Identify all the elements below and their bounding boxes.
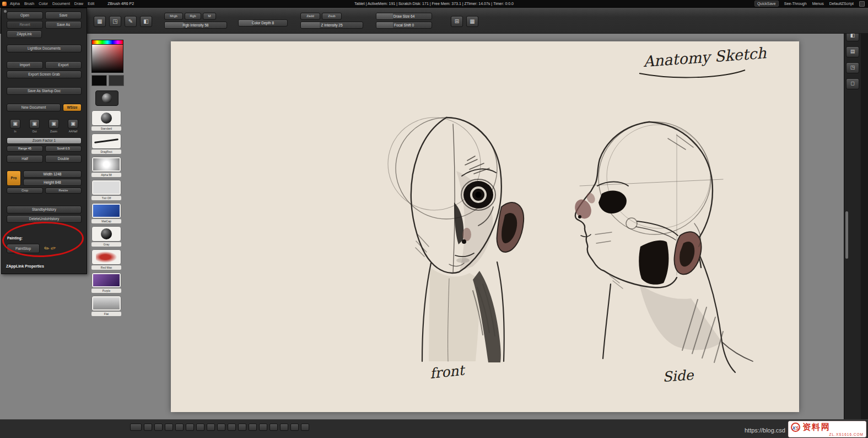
menu-item[interactable]: Document bbox=[52, 2, 70, 6]
menu-bar: AlphaBrushColorDocumentDrawEdit ZBrush 4… bbox=[0, 0, 868, 8]
bottom-toolbar-button[interactable] bbox=[249, 424, 257, 431]
menu-item[interactable]: Brush bbox=[24, 2, 34, 6]
bottom-toolbar-button[interactable] bbox=[217, 424, 225, 431]
quicksave-button[interactable]: QuickSave bbox=[754, 1, 779, 7]
matrix-icon[interactable]: ▦ bbox=[466, 16, 478, 27]
range-slider[interactable]: Range 45 bbox=[7, 146, 43, 152]
bottom-toolbar-button[interactable] bbox=[154, 424, 163, 431]
material-preview[interactable] bbox=[95, 90, 118, 106]
selector-thumbnail[interactable]: Txtr Off bbox=[91, 180, 121, 200]
doc-zoom-button[interactable]: ▣Zoom bbox=[45, 119, 62, 133]
shelf-icon-button[interactable]: ▦ bbox=[94, 16, 106, 27]
new-document-button[interactable]: New Document bbox=[7, 104, 61, 111]
save-startup-doc-button[interactable]: Save As Startup Doc bbox=[7, 87, 82, 95]
shelf-icon-button[interactable]: ◳ bbox=[109, 16, 121, 27]
bottom-toolbar-button[interactable] bbox=[259, 424, 267, 431]
default-zscript-button[interactable]: DefaultZScript bbox=[829, 2, 854, 6]
resize-button[interactable]: Resize bbox=[45, 188, 82, 194]
bottom-toolbar-button[interactable] bbox=[301, 424, 309, 431]
menu-item[interactable]: Color bbox=[39, 2, 48, 6]
lightbox-documents-button[interactable]: LightBox Documents bbox=[7, 45, 82, 52]
revert-button[interactable]: Revert bbox=[7, 21, 43, 29]
main-color-swatch[interactable] bbox=[91, 75, 107, 86]
bottom-toolbar-button[interactable] bbox=[175, 424, 184, 431]
width-slider[interactable]: Width 1248 bbox=[23, 170, 82, 178]
delete-undo-history-button[interactable]: DeleteUndoHistory bbox=[7, 215, 82, 223]
doc-zoom-button[interactable]: ▣AAHalf bbox=[64, 119, 82, 133]
bottom-toolbar-button[interactable] bbox=[207, 424, 215, 431]
brush-icon: ✎ bbox=[49, 244, 57, 252]
bottom-toolbar-button[interactable] bbox=[130, 424, 142, 431]
doc-zoom-button[interactable]: ▣In bbox=[7, 119, 24, 133]
m-toggle[interactable]: M bbox=[203, 13, 216, 20]
bottom-toolbar-button[interactable] bbox=[144, 424, 152, 431]
crop-button[interactable]: Crop bbox=[7, 188, 43, 194]
zadd-toggle[interactable]: Zadd bbox=[300, 13, 320, 20]
focal-shift-slider[interactable]: Focal Shift 0 bbox=[376, 22, 432, 29]
canvas-scrollbar[interactable] bbox=[845, 211, 848, 259]
window-icon[interactable] bbox=[859, 1, 865, 7]
selector-thumbnail[interactable]: Standard bbox=[91, 110, 121, 131]
menu-item[interactable]: Draw bbox=[74, 2, 83, 6]
rgb-intensity-slider[interactable]: Rgb Intensity 58 bbox=[164, 22, 227, 29]
bottom-toolbar-button[interactable] bbox=[228, 424, 236, 431]
document-canvas[interactable]: Anatomy Sketch bbox=[171, 41, 799, 412]
selector-thumbnail[interactable]: Gray bbox=[91, 226, 121, 247]
bottom-toolbar-button[interactable] bbox=[165, 424, 173, 431]
bottom-toolbar-button[interactable] bbox=[238, 424, 246, 431]
draw-size-slider[interactable]: Draw Size 64 bbox=[376, 13, 432, 20]
double-button[interactable]: Double bbox=[45, 155, 82, 163]
scroll-slider[interactable]: Scroll 0.5 bbox=[45, 146, 82, 152]
grid-icon[interactable]: ⊞ bbox=[451, 16, 463, 27]
color-depth-slider[interactable]: Color Depth 8 bbox=[238, 19, 288, 26]
right-shelf-icon-button[interactable]: ◻ bbox=[846, 78, 859, 89]
selector-thumbnail[interactable]: DragRect bbox=[91, 133, 121, 154]
selector-thumbnail[interactable]: Alpha 58 bbox=[91, 157, 121, 177]
doc-zoom-button[interactable]: ▣Out bbox=[26, 119, 43, 133]
pro-toggle[interactable]: Pro bbox=[7, 170, 21, 186]
export-screen-grab-button[interactable]: Export Screen Grab bbox=[7, 71, 82, 78]
import-button[interactable]: Import bbox=[7, 61, 43, 69]
half-button[interactable]: Half bbox=[7, 155, 43, 163]
secondary-color-swatch[interactable] bbox=[109, 75, 124, 86]
paintstop-button[interactable]: PaintStop bbox=[7, 244, 40, 253]
zapplink-button[interactable]: ZAppLink bbox=[7, 30, 42, 38]
export-button[interactable]: Export bbox=[45, 61, 82, 69]
see-through-toggle[interactable]: See-Through bbox=[784, 2, 807, 6]
height-slider[interactable]: Height 848 bbox=[23, 179, 82, 186]
save-as-button[interactable]: Save As bbox=[45, 21, 82, 29]
wsize-toggle[interactable]: WSize bbox=[63, 104, 82, 111]
palette-icon[interactable] bbox=[4, 10, 7, 13]
shelf-icon-button[interactable]: ✎ bbox=[125, 16, 137, 27]
bottom-toolbar-button[interactable] bbox=[196, 424, 204, 431]
standby-history-button[interactable]: StandbyHistory bbox=[7, 206, 82, 213]
z-intensity-slider[interactable]: Z Intensity 25 bbox=[300, 22, 363, 29]
sketch-title-text: Anatomy Sketch bbox=[642, 44, 767, 70]
right-shelf-icon-button[interactable]: ◳ bbox=[846, 62, 859, 73]
save-button[interactable]: Save bbox=[45, 12, 82, 19]
zbrush-window: AlphaBrushColorDocumentDrawEdit ZBrush 4… bbox=[0, 0, 868, 438]
open-button[interactable]: Open bbox=[7, 12, 43, 19]
bottom-toolbar-button[interactable] bbox=[269, 424, 278, 431]
selector-thumbnail[interactable]: Red Wax bbox=[91, 249, 121, 270]
mrgb-toggle[interactable]: Mrgb bbox=[164, 13, 183, 20]
shelf-icon-button[interactable]: ◧ bbox=[140, 16, 152, 27]
bottom-toolbar-button[interactable] bbox=[290, 424, 299, 431]
menu-item[interactable]: Edit bbox=[88, 2, 94, 6]
selector-thumbnail[interactable]: Purple bbox=[91, 273, 121, 293]
rgb-toggle[interactable]: Rgb bbox=[185, 13, 201, 20]
zoom-factor-slider[interactable]: Zoom Factor 1 bbox=[7, 137, 82, 144]
canvas-area[interactable]: Anatomy Sketch bbox=[0, 33, 844, 419]
menu-item[interactable]: Alpha bbox=[10, 2, 20, 6]
site-watermark-logo: XS 资料网 ZL.XS1616.COM bbox=[788, 421, 866, 437]
bottom-toolbar-button[interactable] bbox=[280, 424, 288, 431]
thumbnail-label: Flat bbox=[91, 312, 121, 316]
selector-thumbnail[interactable]: MatCap bbox=[91, 203, 121, 223]
zsub-toggle[interactable]: Zsub bbox=[322, 13, 342, 20]
menus-toggle[interactable]: Menus bbox=[812, 2, 824, 6]
selector-thumbnail[interactable]: Flat bbox=[91, 296, 121, 316]
color-picker[interactable] bbox=[91, 44, 123, 73]
hue-bar[interactable] bbox=[91, 40, 123, 44]
bottom-toolbar-button[interactable] bbox=[186, 424, 194, 431]
right-shelf-icon-button[interactable]: ▤ bbox=[846, 46, 859, 57]
